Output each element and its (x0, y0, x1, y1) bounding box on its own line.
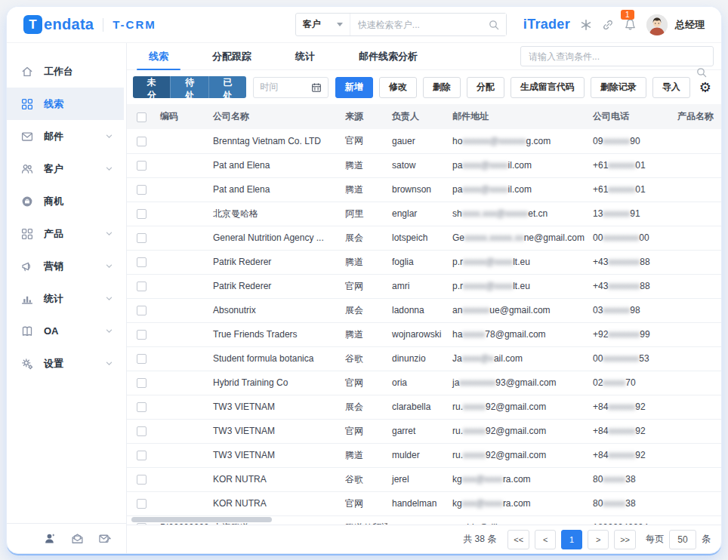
row-checkbox[interactable] (137, 185, 147, 195)
column-header-source[interactable]: 来源 (341, 104, 387, 129)
row-checkbox[interactable] (137, 137, 147, 146)
page-next-button[interactable]: > (588, 530, 609, 549)
tab-leads[interactable]: 线索 (127, 43, 190, 69)
per-page-unit: 条 (702, 533, 711, 546)
sidebar-item-customers[interactable]: 客户 (7, 152, 124, 185)
page-page-1-button[interactable]: 1 (561, 530, 582, 549)
column-header-company[interactable]: 公司名称 (208, 104, 341, 129)
ai-flower-icon[interactable] (580, 19, 592, 31)
cell-company: KOR NUTRA (208, 491, 341, 515)
row-checkbox[interactable] (137, 402, 147, 412)
row-checkbox[interactable] (137, 233, 147, 243)
sidebar-item-products[interactable]: 产品 (7, 217, 124, 250)
person-add-icon[interactable] (44, 532, 57, 545)
date-filter[interactable]: 时间 (253, 77, 329, 98)
delete-button[interactable]: 删除 (423, 77, 461, 98)
cell-source: 腾道 (341, 177, 387, 202)
table-row[interactable]: True Friends Traders 腾道 wojnarowski haxx… (127, 322, 721, 346)
column-header-product[interactable]: 产品名称 (673, 104, 721, 129)
link-icon[interactable] (602, 19, 614, 31)
table-row[interactable]: General Nutrition Agency ... 展会 lotspeic… (127, 226, 721, 250)
notification-bell-icon[interactable]: 1 (624, 18, 637, 31)
cell-email: kgxxx@xxxxra.com (448, 491, 588, 515)
tab-label: 分配跟踪 (212, 50, 251, 63)
query-input[interactable] (520, 46, 714, 66)
column-header-code[interactable]: 编码 (156, 104, 208, 129)
filter-processed[interactable]: 已处理 (208, 76, 246, 98)
column-header-phone[interactable]: 公司电话 (588, 104, 673, 129)
sidebar-item-mail[interactable]: 邮件 (7, 120, 124, 152)
table-row[interactable]: 北京曼哈格 阿里 englar shxxxx.xxx@xxxxxet.cn 13… (127, 202, 721, 226)
row-checkbox[interactable] (137, 378, 147, 388)
table-row[interactable]: TW3 VIETNAM 官网 garret ru.xxxxx92@gmail.c… (127, 419, 721, 443)
row-checkbox[interactable] (137, 451, 147, 460)
column-header-email[interactable]: 邮件地址 (448, 104, 588, 129)
tendata-logo[interactable]: T endata (23, 15, 94, 34)
search-icon[interactable] (488, 19, 500, 31)
cell-code (156, 467, 208, 491)
query-search (520, 46, 714, 66)
sidebar-item-oa[interactable]: OA (7, 315, 124, 347)
sidebar-item-stats[interactable]: 统计 (7, 282, 124, 315)
select-all-checkbox[interactable] (137, 112, 147, 122)
row-checkbox[interactable] (137, 282, 147, 291)
search-icon[interactable] (696, 66, 708, 78)
itrader-brand[interactable]: iTrader (523, 17, 570, 32)
inbox-icon[interactable] (71, 532, 84, 545)
row-checkbox[interactable] (137, 306, 147, 315)
row-checkbox[interactable] (137, 475, 147, 485)
table-row[interactable]: Pat and Elena 腾道 brownson paxxxx@xxxxil.… (127, 177, 721, 202)
per-page-input[interactable]: 50 (669, 530, 696, 549)
tab-assign-track[interactable]: 分配跟踪 (190, 43, 273, 69)
row-checkbox[interactable] (137, 330, 147, 340)
horizontal-scrollbar[interactable] (131, 517, 272, 522)
sidebar-item-opportunities[interactable]: 商机 (7, 185, 124, 217)
page-last-button[interactable]: >> (614, 530, 636, 549)
generate-message-code-button[interactable]: 生成留言代码 (511, 77, 585, 98)
global-search-input[interactable] (350, 14, 506, 35)
table-row[interactable]: Patrik Rederer 腾道 foglia p.rxxxxx@xxxxlt… (127, 250, 721, 274)
compose-mail-icon[interactable] (98, 532, 111, 545)
table-row[interactable]: KOR NUTRA 官网 handelman kgxxx@xxxxra.com … (127, 491, 721, 515)
table-row[interactable]: Brenntag Vietnam Co. LTD 官网 gauer hoxxxx… (127, 129, 721, 153)
row-checkbox[interactable] (137, 257, 147, 267)
filter-unassigned[interactable]: 未分配 (133, 76, 170, 98)
table-row[interactable]: Pat and Elena 腾道 satow paxxxx@xxxxil.com… (127, 153, 721, 177)
row-checkbox[interactable] (137, 354, 147, 364)
table-row[interactable]: Hybrid Training Co 官网 oria jaxxxxxxxx93@… (127, 371, 721, 395)
page-first-button[interactable]: << (507, 530, 529, 549)
filter-pending[interactable]: 待处理 (170, 76, 208, 98)
table-row[interactable]: TW3 VIETNAM 腾道 mulder ru.xxxxx92@gmail.c… (127, 443, 721, 467)
sidebar-item-marketing[interactable]: 营销 (7, 250, 124, 282)
page-prev-button[interactable]: < (535, 530, 556, 549)
sidebar-item-settings[interactable]: 设置 (7, 347, 124, 380)
avatar[interactable] (646, 14, 668, 35)
cell-owner: foglia (387, 250, 448, 274)
add-button[interactable]: 新增 (335, 77, 373, 98)
row-checkbox[interactable] (137, 426, 147, 436)
row-checkbox[interactable] (137, 499, 147, 509)
cell-phone: +92xxxxxxx99 (588, 322, 673, 346)
row-checkbox[interactable] (137, 161, 147, 171)
table-row[interactable]: Patrik Rederer 官网 amri p.rxxxxx@xxxxlt.e… (127, 274, 721, 298)
table-row[interactable]: KOR NUTRA 谷歌 jerel kgxxx@xxxxra.com 80xx… (127, 467, 721, 491)
column-header-owner[interactable]: 负责人 (387, 104, 448, 129)
assign-button[interactable]: 分配 (467, 77, 504, 98)
sidebar-item-workbench[interactable]: 工作台 (7, 55, 124, 88)
import-button[interactable]: 导入 (652, 77, 690, 98)
table-row[interactable]: Student formula botanica 谷歌 dinunzio Jax… (127, 346, 721, 371)
table-settings-button[interactable]: ⚙ (697, 81, 714, 94)
row-checkbox[interactable] (137, 523, 147, 525)
cell-product (673, 250, 721, 274)
table-row[interactable]: TW3 VIETNAM 展会 clarabella ru.xxxxx92@gma… (127, 395, 721, 419)
row-checkbox[interactable] (137, 209, 147, 219)
search-category-select[interactable]: 客户 (296, 14, 350, 35)
sidebar-item-leads[interactable]: 线索 (7, 88, 124, 120)
edit-button[interactable]: 修改 (379, 77, 417, 98)
tab-stats[interactable]: 统计 (273, 43, 337, 69)
table-row[interactable]: Absonutrix 展会 ladonna anxxxxxxue@gmail.c… (127, 298, 721, 322)
delete-records-button[interactable]: 删除记录 (591, 77, 646, 98)
top-header: T endata T-CRM 客户 iTrader 1 (7, 7, 721, 43)
cell-owner: mulder (387, 443, 448, 467)
tab-email-lead-analysis[interactable]: 邮件线索分析 (337, 43, 440, 69)
